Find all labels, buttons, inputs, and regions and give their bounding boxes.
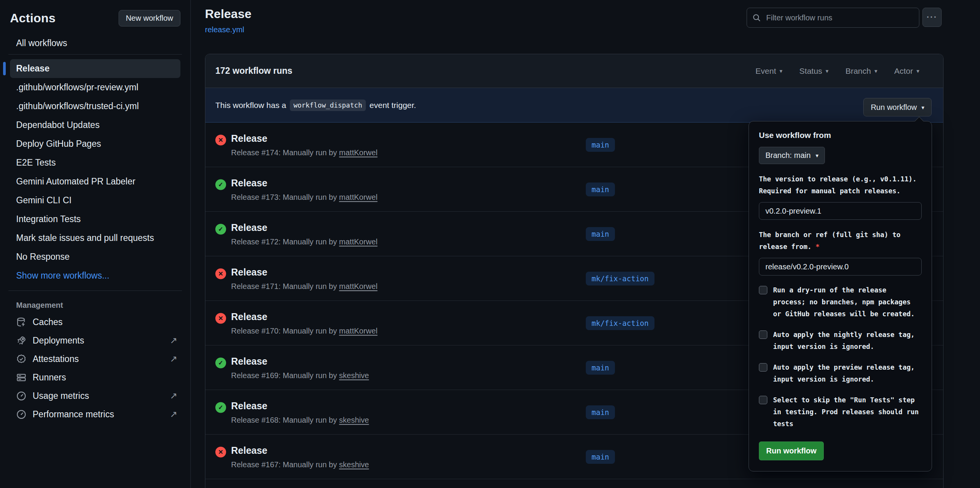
sidebar-management-item[interactable]: Usage metrics ↗ [10,387,180,405]
run-actor-link[interactable]: mattKorwel [339,237,377,246]
search-icon [752,13,761,22]
sidebar-title: Actions [10,11,56,25]
filter-workflow-runs-box[interactable] [747,8,919,28]
branch-badge[interactable]: main [586,227,615,241]
run-actor-link[interactable]: mattKorwel [339,282,377,290]
sidebar-workflow-label: .github/workflows/trusted-ci.yml [16,101,139,111]
new-workflow-button[interactable]: New workflow [119,10,180,27]
run-title-link[interactable]: Release [231,222,377,233]
run-subtitle: Release #173: Manually run by mattKorwel [231,193,377,201]
run-actor-link[interactable]: skeshive [339,371,369,379]
sidebar-workflow-label: Gemini Automated PR Labeler [16,176,136,187]
branch-badge[interactable]: main [586,183,615,196]
status-success-icon: ✓ [215,224,226,234]
sidebar-management-item[interactable]: Attestations ↗ [10,350,180,368]
ref-input[interactable] [759,258,922,276]
banner-code-chip: workflow_dispatch [290,100,365,111]
sidebar-management-label: Caches [33,317,63,327]
run-actor-link[interactable]: mattKorwel [339,193,377,201]
banner-text: event trigger. [370,101,416,110]
run-actor-link[interactable]: skeshive [339,415,369,424]
panel-title: Use workflow from [759,131,922,140]
chevron-down-icon: ▾ [816,153,819,158]
branch-badge[interactable]: main [586,361,615,375]
sidebar-workflow-label: .github/workflows/pr-review.yml [16,82,138,93]
next-run-row-partial [205,479,943,488]
filter-event-dropdown[interactable]: Event ▾ [755,66,782,76]
branch-select-button[interactable]: Branch: main ▾ [759,147,825,164]
run-actor-link[interactable]: skeshive [339,460,369,468]
version-input[interactable] [759,202,922,220]
sidebar-management-label: Attestations [33,354,79,364]
checkbox[interactable] [759,396,767,404]
sidebar-workflow-label: Show more workflows... [16,271,109,281]
branch-badge[interactable]: main [586,138,615,152]
sidebar-workflow-item[interactable]: Mark stale issues and pull requests [10,229,180,247]
sidebar-workflow-item[interactable]: Integration Tests [10,210,180,229]
sidebar-workflow-label: No Response [16,252,69,262]
sidebar-management-label: Runners [33,372,66,383]
checkbox[interactable] [759,286,767,294]
branch-badge[interactable]: mk/fix-action [586,272,654,285]
sidebar-workflow-item[interactable]: Release [10,59,180,78]
run-title-link[interactable]: Release [231,355,369,367]
sidebar-workflow-item[interactable]: Show more workflows... [10,266,180,285]
sidebar-workflow-item[interactable]: Gemini Automated PR Labeler [10,172,180,191]
actions-sidebar: Actions New workflow All workflows Relea… [0,0,191,488]
sidebar-workflow-item[interactable]: No Response [10,247,180,266]
branch-badge[interactable]: mk/fix-action [586,316,654,330]
management-section-label: Management [10,301,180,310]
filter-actor-dropdown[interactable]: Actor ▾ [894,66,919,76]
runs-list-header: 172 workflow runs Event ▾ Status ▾ Branc… [205,54,943,88]
sidebar-workflow-label: Release [16,63,50,74]
chevron-down-icon: ▾ [826,68,829,74]
cache-icon [16,317,26,327]
checkbox[interactable] [759,330,767,339]
sidebar-management-item[interactable]: Deployments ↗ [10,331,180,350]
external-link-icon: ↗ [170,335,177,346]
branch-badge[interactable]: main [586,450,615,464]
workflow-file-link[interactable]: release.yml [205,25,244,34]
checkbox[interactable] [759,363,767,372]
workflow-options-kebab-button[interactable]: ··· [922,8,942,27]
run-workflow-submit-button[interactable]: Run workflow [759,442,824,460]
run-subtitle: Release #170: Manually run by mattKorwel [231,326,377,335]
status-failure-icon: ✕ [215,447,226,457]
branch-badge[interactable]: main [586,405,615,419]
run-title-link[interactable]: Release [231,311,377,322]
ref-field-description: The branch or ref (full git sha) to rele… [759,229,922,253]
sidebar-divider [8,54,182,55]
sidebar-workflow-item[interactable]: Dependabot Updates [10,116,180,134]
sidebar-workflow-list: Release .github/workflows/pr-review.yml … [10,59,180,285]
run-workflow-dropdown-button[interactable]: Run workflow ▾ [863,98,932,116]
sidebar-workflow-item[interactable]: Deploy GitHub Pages [10,134,180,153]
status-success-icon: ✓ [215,357,226,368]
sidebar-workflow-label: Deploy GitHub Pages [16,139,101,149]
run-title-link[interactable]: Release [231,445,369,456]
filter-branch-dropdown[interactable]: Branch ▾ [845,66,877,76]
sidebar-workflow-item[interactable]: .github/workflows/trusted-ci.yml [10,97,180,116]
external-link-icon: ↗ [170,409,177,420]
run-title-link[interactable]: Release [231,266,377,277]
run-title-link[interactable]: Release [231,177,377,188]
external-link-icon: ↗ [170,354,177,364]
sidebar-item-all-workflows[interactable]: All workflows [10,37,180,49]
chevron-down-icon: ▾ [921,105,924,110]
run-actor-link[interactable]: mattKorwel [339,148,377,156]
version-field-description: The version to release (e.g., v0.1.11). … [759,173,922,197]
sidebar-workflow-item[interactable]: .github/workflows/pr-review.yml [10,78,180,97]
sidebar-management-item[interactable]: Runners [10,368,180,387]
sidebar-workflow-item[interactable]: Gemini CLI CI [10,191,180,210]
filter-status-dropdown[interactable]: Status ▾ [799,66,828,76]
run-subtitle: Release #169: Manually run by skeshive [231,371,369,380]
sidebar-workflow-item[interactable]: E2E Tests [10,153,180,172]
run-title-link[interactable]: Release [231,133,377,144]
run-title-link[interactable]: Release [231,400,369,411]
filter-workflow-runs-input[interactable] [765,13,914,23]
run-actor-link[interactable]: mattKorwel [339,326,377,335]
sidebar-management-item[interactable]: Performance metrics ↗ [10,405,180,423]
checkbox-label: Run a dry-run of the release process; no… [773,284,922,320]
sidebar-management-item[interactable]: Caches [10,313,180,331]
main-content: Release release.yml ··· 172 workflow run… [191,0,980,488]
chevron-down-icon: ▾ [916,68,919,74]
